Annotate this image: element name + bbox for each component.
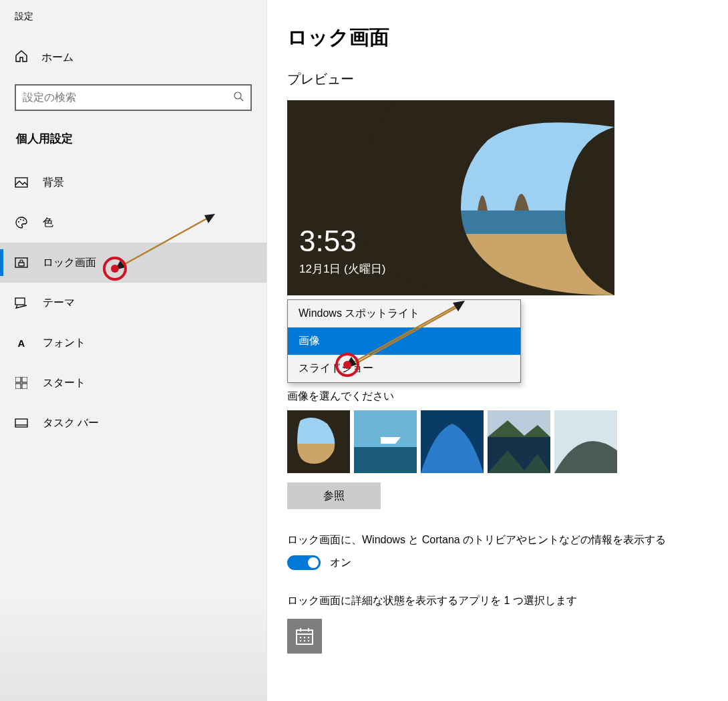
nav-label: スタート — [43, 376, 85, 390]
nav-background[interactable]: 背景 — [0, 162, 266, 202]
thumbnail-picture[interactable] — [354, 410, 417, 473]
home-icon — [15, 49, 28, 65]
svg-point-30 — [300, 637, 301, 638]
svg-rect-12 — [22, 384, 27, 389]
nav-taskbar[interactable]: タスク バー — [0, 403, 266, 443]
detailed-status-app-button[interactable] — [287, 619, 322, 654]
svg-point-34 — [304, 640, 305, 642]
svg-point-0 — [234, 92, 241, 99]
preview-date: 12月1日 (火曜日) — [299, 261, 385, 277]
thumbnail-picture[interactable] — [554, 410, 617, 473]
nav-fonts[interactable]: A フォント — [0, 323, 266, 363]
svg-point-3 — [18, 221, 19, 223]
nav-label: 色 — [43, 216, 53, 230]
section-heading: 個人用設定 — [0, 131, 266, 162]
svg-point-31 — [304, 637, 305, 638]
dropdown-option-picture[interactable]: 画像 — [288, 327, 520, 355]
search-icon — [233, 91, 244, 104]
background-dropdown[interactable]: Windows スポットライト 画像 スライドショー — [287, 299, 521, 383]
theme-icon — [15, 296, 28, 309]
taskbar-icon — [15, 418, 28, 428]
nav-label: 背景 — [43, 176, 64, 190]
home-label: ホーム — [41, 51, 73, 65]
font-icon: A — [15, 337, 28, 349]
svg-rect-13 — [15, 419, 27, 427]
svg-rect-21 — [354, 447, 417, 473]
palette-icon — [15, 216, 28, 229]
svg-rect-8 — [15, 298, 25, 305]
svg-line-1 — [240, 98, 243, 101]
picture-icon — [15, 177, 28, 188]
nav-label: ロック画面 — [43, 256, 96, 270]
page-title: ロック画面 — [287, 24, 708, 51]
home-button[interactable]: ホーム — [0, 43, 266, 72]
nav-start[interactable]: スタート — [0, 363, 266, 403]
lock-screen-icon — [15, 257, 28, 268]
nav-colors[interactable]: 色 — [0, 202, 266, 243]
dropdown-option-spotlight[interactable]: Windows スポットライト — [288, 300, 520, 327]
svg-rect-7 — [19, 263, 24, 266]
lock-screen-preview: 3:53 12月1日 (火曜日) — [287, 100, 614, 295]
svg-point-35 — [308, 640, 309, 642]
settings-sidebar: 設定 ホーム 個人用設定 背景 色 ロック画面 テー — [0, 0, 267, 701]
calendar-icon — [295, 627, 314, 646]
toggle-state-text: オン — [330, 556, 351, 570]
thumbnail-picture[interactable] — [488, 410, 550, 473]
tips-toggle-label: ロック画面に、Windows と Cortana のトリビアやヒントなどの情報を… — [287, 533, 708, 547]
preview-heading: プレビュー — [287, 70, 708, 88]
detailed-status-label: ロック画面に詳細な状態を表示するアプリを 1 つ選択します — [287, 594, 708, 608]
picture-thumbnails — [287, 410, 708, 473]
svg-rect-10 — [22, 377, 27, 382]
thumbnail-picture[interactable] — [421, 410, 484, 473]
tips-toggle[interactable] — [287, 555, 321, 570]
start-icon — [15, 377, 28, 389]
nav-label: フォント — [43, 336, 85, 350]
preview-clock: 3:53 — [299, 225, 357, 258]
nav-label: タスク バー — [43, 416, 99, 430]
nav-themes[interactable]: テーマ — [0, 283, 266, 323]
dropdown-option-slideshow[interactable]: スライドショー — [288, 355, 520, 382]
browse-button[interactable]: 参照 — [287, 482, 381, 509]
svg-point-5 — [23, 220, 24, 221]
nav-lock-screen[interactable]: ロック画面 — [0, 243, 266, 283]
svg-rect-11 — [15, 384, 21, 389]
thumbnail-picture[interactable] — [287, 410, 350, 473]
svg-rect-2 — [15, 178, 27, 187]
svg-point-4 — [20, 219, 21, 221]
main-content: ロック画面 プレビュー 3:53 12月1日 (火曜日) Windows スポッ… — [267, 0, 728, 701]
search-input[interactable] — [15, 84, 252, 111]
window-title: 設定 — [0, 11, 266, 43]
search-field[interactable] — [23, 92, 233, 104]
svg-point-33 — [300, 640, 301, 642]
svg-point-32 — [308, 637, 309, 638]
nav-label: テーマ — [43, 296, 75, 310]
svg-rect-9 — [15, 377, 21, 382]
